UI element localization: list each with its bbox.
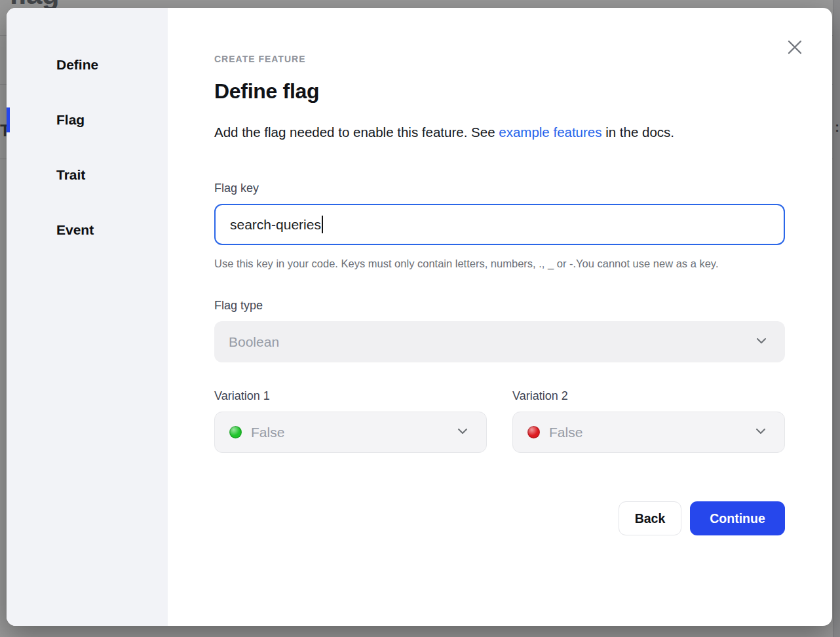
variation-1-field: Variation 1 False: [214, 389, 487, 453]
modal-step-sidebar: Define Flag Trait Event: [7, 8, 168, 626]
variation-2-field: Variation 2 False: [512, 389, 785, 453]
flag-key-helper-text: Use this key in your code. Keys must onl…: [214, 256, 775, 271]
variation-2-label: Variation 2: [512, 389, 785, 403]
modal-description: Add the flag needed to enable this featu…: [214, 121, 758, 144]
sidebar-item-event[interactable]: Event: [7, 203, 168, 258]
modal-title: Define flag: [214, 79, 785, 104]
sidebar-item-label: Define: [56, 57, 98, 73]
sidebar-item-flag[interactable]: Flag: [7, 92, 168, 147]
modal-content: CREATE FEATURE Define flag Add the flag …: [168, 8, 832, 626]
sidebar-item-label: Flag: [56, 112, 85, 128]
flag-key-label: Flag key: [214, 182, 785, 195]
sidebar-item-define[interactable]: Define: [7, 37, 168, 92]
back-button[interactable]: Back: [619, 501, 681, 535]
sidebar-item-trait[interactable]: Trait: [7, 147, 168, 203]
modal-eyebrow: CREATE FEATURE: [214, 54, 785, 64]
chevron-down-icon: [456, 425, 469, 440]
description-text: in the docs.: [602, 125, 675, 140]
variation-1-value: False: [251, 425, 456, 440]
variation-2-select[interactable]: False: [512, 412, 785, 453]
variation-1-label: Variation 1: [214, 389, 487, 403]
continue-button[interactable]: Continue: [690, 501, 785, 535]
description-text: Add the flag needed to enable this featu…: [214, 125, 499, 140]
flag-type-select[interactable]: Boolean: [214, 321, 785, 362]
variation-1-select[interactable]: False: [214, 412, 487, 453]
chevron-down-icon: [755, 334, 768, 350]
modal-footer: Back Continue: [214, 501, 785, 535]
flag-type-value: Boolean: [229, 334, 755, 350]
sidebar-item-label: Event: [56, 222, 94, 238]
example-features-link[interactable]: example features: [499, 125, 601, 140]
sidebar-item-label: Trait: [56, 167, 85, 183]
variation-1-status-dot: [229, 426, 242, 438]
chevron-down-icon: [754, 425, 767, 440]
text-caret: [322, 216, 323, 233]
variation-2-status-dot: [527, 426, 540, 438]
create-feature-modal: Define Flag Trait Event CREATE FEATURE D…: [7, 8, 832, 626]
flag-key-value: search-queries: [230, 217, 321, 233]
flag-key-input[interactable]: search-queries: [214, 204, 785, 245]
variation-2-value: False: [549, 425, 754, 440]
variations-row: Variation 1 False Variation 2 False: [214, 389, 785, 453]
flag-type-label: Flag type: [214, 299, 785, 313]
